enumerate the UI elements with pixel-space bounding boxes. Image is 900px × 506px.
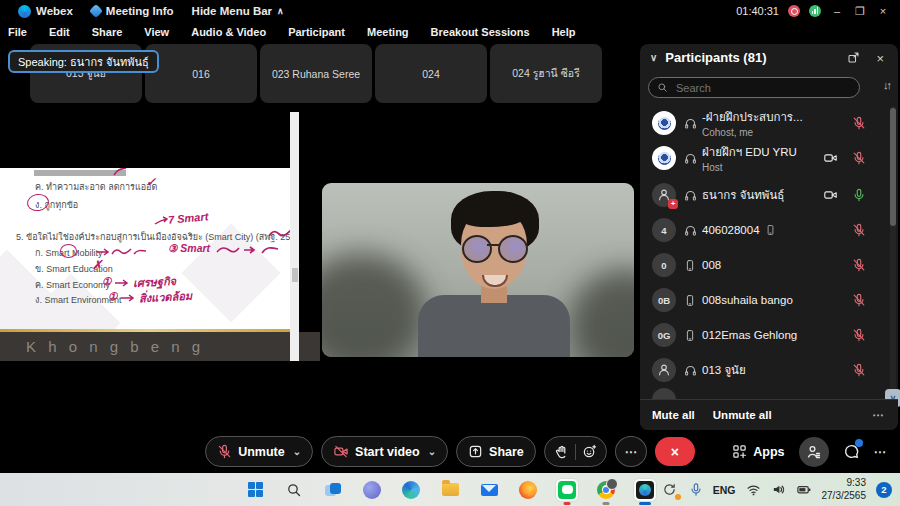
share-icon — [468, 444, 483, 459]
participant-row[interactable]: 013 จูนัย — [640, 353, 890, 387]
chevron-down-icon[interactable]: ⌄ — [293, 446, 301, 457]
volume-icon[interactable] — [771, 482, 786, 497]
camera-off-icon — [333, 444, 349, 459]
camera-on-icon[interactable] — [823, 151, 838, 165]
restore-button[interactable]: ❐ — [853, 5, 867, 18]
mic-muted-icon[interactable] — [852, 328, 866, 342]
line-app-icon[interactable] — [556, 479, 578, 501]
mic-muted-icon[interactable] — [852, 293, 866, 307]
share-button[interactable]: Share — [456, 436, 536, 467]
participant-row[interactable]: -ฝ่ายฝึกประสบการ...Cohost, me — [640, 106, 890, 140]
raise-hand-icon[interactable] — [554, 444, 569, 459]
mic-active-icon[interactable] — [852, 188, 866, 202]
mic-muted-icon[interactable] — [852, 258, 866, 272]
ink-cross: ✗ — [92, 258, 102, 272]
menu-audio-video[interactable]: Audio & Video — [191, 26, 266, 38]
close-window-button[interactable]: × — [876, 5, 890, 17]
more-options-button[interactable]: ⋯ — [615, 436, 647, 467]
footer-more-icon[interactable]: ⋯ — [873, 408, 885, 422]
teams-chat-icon[interactable] — [361, 479, 383, 501]
unmute-all-button[interactable]: Unmute all — [713, 409, 772, 421]
task-view-icon[interactable] — [322, 479, 344, 501]
avatar-badge-icon: + — [668, 199, 678, 209]
close-panel-icon[interactable]: × — [876, 51, 884, 66]
edge-browser-icon[interactable] — [400, 479, 422, 501]
webcam-video-tile[interactable] — [320, 180, 636, 396]
shared-window-scrollbar[interactable] — [290, 112, 299, 361]
collapse-chevron-icon[interactable]: ∨ — [650, 52, 657, 63]
recording-indicator-icon[interactable] — [788, 5, 800, 17]
glasses-left-lens — [462, 235, 492, 263]
video-thumbnail[interactable]: 023 Ruhana Seree — [260, 44, 372, 103]
meeting-info-icon — [89, 4, 103, 18]
taskbar-search-icon[interactable] — [283, 479, 305, 501]
tray-mic-icon[interactable] — [689, 482, 703, 497]
notification-badge[interactable]: 2 — [876, 482, 892, 498]
mic-muted-icon[interactable] — [852, 151, 866, 165]
file-explorer-icon[interactable] — [439, 479, 461, 501]
ink-scribble — [216, 244, 280, 257]
webex-app-icon[interactable] — [634, 479, 656, 501]
mic-muted-icon[interactable] — [852, 116, 866, 130]
start-video-button[interactable]: Start video ⌄ — [321, 436, 448, 467]
participant-row[interactable]: ฝ่ายฝึกฯ EDU YRUHost — [640, 141, 890, 175]
ink-environment-note: สิ่งแวดล้อม — [139, 287, 193, 308]
firefox-icon[interactable] — [517, 479, 539, 501]
update-tray-icon[interactable] — [661, 481, 679, 499]
participants-toggle-button[interactable] — [799, 437, 829, 467]
menu-bar: File Edit Share View Audio & Video Parti… — [0, 22, 900, 42]
camera-on-icon[interactable] — [823, 188, 838, 202]
popout-panel-icon[interactable] — [847, 51, 860, 64]
mic-muted-icon[interactable] — [852, 363, 866, 377]
active-speaker-banner: Speaking: ธนากร จันทพันธุ์ — [8, 50, 159, 73]
ink-arrow — [154, 216, 168, 226]
video-thumbnail[interactable]: 024 รูฮานี ซีอรี — [490, 44, 602, 103]
menu-breakout-sessions[interactable]: Breakout Sessions — [431, 26, 530, 38]
menu-share[interactable]: Share — [92, 26, 123, 38]
participants-scrollbar[interactable]: ∨ — [890, 106, 896, 401]
app-name: Webex — [36, 5, 73, 17]
menu-edit[interactable]: Edit — [49, 26, 70, 38]
emoji-reaction-icon[interactable] — [582, 444, 597, 459]
menu-participant[interactable]: Participant — [288, 26, 345, 38]
minimize-button[interactable]: – — [830, 5, 844, 17]
participant-row[interactable]: 4 406028004 — [640, 213, 890, 247]
headset-icon — [684, 189, 697, 202]
ink-scribble — [268, 226, 290, 240]
mute-all-button[interactable]: Mute all — [652, 409, 695, 421]
video-thumbnail[interactable]: 024 — [375, 44, 487, 103]
line-running-indicator — [564, 502, 571, 505]
leave-meeting-button[interactable]: × — [655, 437, 695, 466]
chat-button[interactable] — [843, 443, 860, 460]
start-button[interactable] — [244, 479, 266, 501]
apps-button[interactable]: Apps — [732, 444, 784, 459]
chevron-down-icon[interactable]: ⌄ — [428, 446, 436, 457]
taskbar-clock[interactable]: 9:33 27/3/2565 — [822, 477, 867, 502]
menu-help[interactable]: Help — [552, 26, 576, 38]
menu-meeting[interactable]: Meeting — [367, 26, 409, 38]
avatar: 4 — [652, 218, 676, 242]
battery-icon[interactable] — [796, 482, 812, 497]
participant-row[interactable]: 0G 012Emas Gehlong — [640, 318, 890, 352]
hide-menu-bar-button[interactable]: Hide Menu Bar ∧ — [192, 5, 284, 17]
mail-icon[interactable] — [478, 479, 500, 501]
chrome-running-indicator — [603, 502, 610, 505]
participant-search[interactable] — [648, 77, 860, 98]
network-signal-icon[interactable] — [809, 5, 821, 17]
participant-row[interactable]: + ธนากร จันทพันธุ์ — [640, 178, 890, 212]
meeting-info-button[interactable]: Meeting Info — [91, 5, 174, 17]
reactions-button[interactable] — [544, 436, 607, 467]
sort-participants-icon[interactable]: ↓↑ — [883, 79, 890, 91]
chrome-profile-icon[interactable] — [595, 479, 617, 501]
panel-more-icon[interactable]: ⋯ — [874, 444, 887, 459]
language-indicator[interactable]: ENG — [713, 484, 736, 496]
mic-muted-icon[interactable] — [852, 223, 866, 237]
participant-row[interactable]: 0 008 — [640, 248, 890, 282]
video-thumbnail[interactable]: 016 — [145, 44, 257, 103]
menu-view[interactable]: View — [144, 26, 169, 38]
search-input[interactable] — [674, 81, 828, 95]
wifi-icon[interactable] — [746, 482, 761, 497]
menu-file[interactable]: File — [8, 26, 27, 38]
unmute-button[interactable]: Unmute ⌄ — [205, 436, 313, 467]
participant-row[interactable]: 0B 008suhaila bango — [640, 283, 890, 317]
